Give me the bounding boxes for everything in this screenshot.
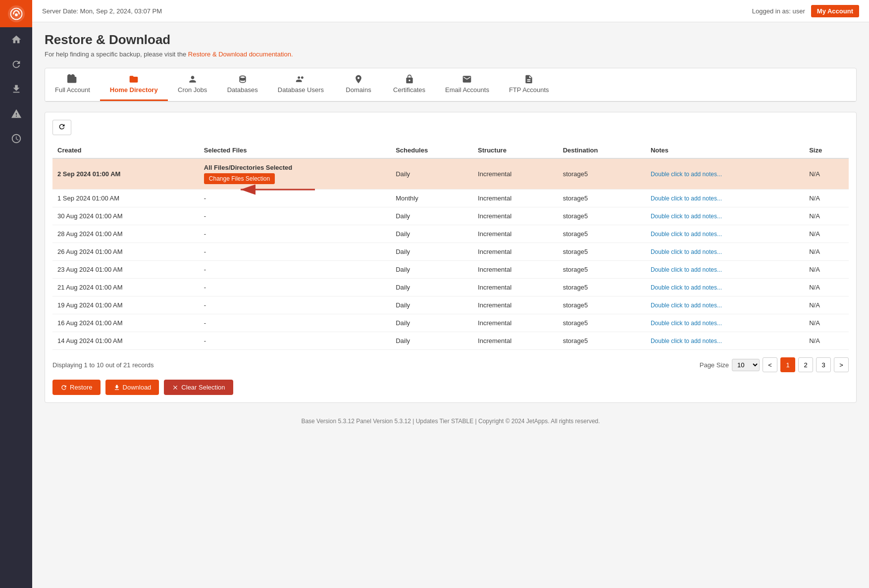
cell-notes[interactable]: Double click to add notes... <box>646 158 804 190</box>
tab-certificates[interactable]: Certificates <box>383 68 435 101</box>
table-row[interactable]: 23 Aug 2024 01:00 AM-DailyIncrementalsto… <box>52 261 849 279</box>
cell-selected-files: - <box>199 314 391 332</box>
cell-schedules: Daily <box>391 332 473 350</box>
table-row[interactable]: 1 Sep 2024 01:00 AM-MonthlyIncrementalst… <box>52 190 849 207</box>
cell-notes[interactable]: Double click to add notes... <box>646 190 804 207</box>
cell-notes[interactable]: Double click to add notes... <box>646 279 804 296</box>
cell-selected-files: - <box>199 332 391 350</box>
cell-size: N/A <box>804 207 849 225</box>
cell-notes[interactable]: Double click to add notes... <box>646 314 804 332</box>
cell-size: N/A <box>804 332 849 350</box>
cell-destination: storage5 <box>558 332 646 350</box>
cell-notes[interactable]: Double click to add notes... <box>646 332 804 350</box>
documentation-link[interactable]: Restore & Download documentation. <box>188 50 293 58</box>
page-content-area: Restore & Download For help finding a sp… <box>32 22 869 444</box>
sidebar-home[interactable] <box>0 27 32 52</box>
cell-notes[interactable]: Double click to add notes... <box>646 243 804 261</box>
cell-structure: Incremental <box>473 190 558 207</box>
page-title: Restore & Download <box>45 32 857 48</box>
cell-structure: Incremental <box>473 279 558 296</box>
tab-ftp-accounts[interactable]: FTP Accounts <box>499 68 559 101</box>
page-3-button[interactable]: 3 <box>816 357 831 372</box>
app-logo[interactable] <box>0 0 32 27</box>
tab-email-accounts[interactable]: Email Accounts <box>435 68 499 101</box>
table-row[interactable]: 2 Sep 2024 01:00 AMAll Files/Directories… <box>52 158 849 190</box>
restore-button[interactable]: Restore <box>52 380 101 395</box>
cell-destination: storage5 <box>558 279 646 296</box>
cell-structure: Incremental <box>473 314 558 332</box>
cell-selected-files: - <box>199 207 391 225</box>
cell-selected-files: - <box>199 279 391 296</box>
col-selected-files: Selected Files <box>199 143 391 158</box>
change-files-button[interactable]: Change Files Selection <box>204 173 275 184</box>
cell-structure: Incremental <box>473 261 558 279</box>
cell-created: 2 Sep 2024 01:00 AM <box>52 158 199 190</box>
sidebar-refresh[interactable] <box>0 52 32 77</box>
col-destination: Destination <box>558 143 646 158</box>
tab-database-users[interactable]: Database Users <box>268 68 334 101</box>
sidebar-download[interactable] <box>0 77 32 101</box>
my-account-button[interactable]: My Account <box>811 5 859 17</box>
table-row[interactable]: 14 Aug 2024 01:00 AM-DailyIncrementalsto… <box>52 332 849 350</box>
table-row[interactable]: 26 Aug 2024 01:00 AM-DailyIncrementalsto… <box>52 243 849 261</box>
cell-size: N/A <box>804 190 849 207</box>
sidebar-clock[interactable] <box>0 126 32 151</box>
prev-page-button[interactable]: < <box>763 357 777 372</box>
cell-size: N/A <box>804 261 849 279</box>
cell-notes[interactable]: Double click to add notes... <box>646 261 804 279</box>
cell-selected-files: - <box>199 243 391 261</box>
cell-selected-files: - <box>199 296 391 314</box>
clear-selection-button[interactable]: Clear Selection <box>164 380 233 395</box>
col-structure: Structure <box>473 143 558 158</box>
tab-databases[interactable]: Databases <box>217 68 268 101</box>
cell-selected-files: - <box>199 190 391 207</box>
tab-home-directory[interactable]: Home Directory <box>100 68 168 101</box>
cell-created: 14 Aug 2024 01:00 AM <box>52 332 199 350</box>
page-1-button[interactable]: 1 <box>780 357 795 372</box>
cell-schedules: Daily <box>391 207 473 225</box>
cell-size: N/A <box>804 243 849 261</box>
table-row[interactable]: 19 Aug 2024 01:00 AM-DailyIncrementalsto… <box>52 296 849 314</box>
server-date: Server Date: Mon, Sep 2, 2024, 03:07 PM <box>42 7 162 15</box>
cell-size: N/A <box>804 225 849 243</box>
page-2-button[interactable]: 2 <box>798 357 813 372</box>
page-size-select[interactable]: 10 25 50 100 <box>732 359 760 371</box>
table-row[interactable]: 28 Aug 2024 01:00 AM-DailyIncrementalsto… <box>52 225 849 243</box>
cell-destination: storage5 <box>558 158 646 190</box>
cell-notes[interactable]: Double click to add notes... <box>646 225 804 243</box>
cell-created: 23 Aug 2024 01:00 AM <box>52 261 199 279</box>
pagination-controls: Page Size 10 25 50 100 < 1 2 3 > <box>700 357 849 372</box>
backup-table: Created Selected Files Schedules Structu… <box>52 143 849 350</box>
tabs: Full Account Home Directory Cron Jobs Da… <box>45 68 856 101</box>
table-row[interactable]: 16 Aug 2024 01:00 AM-DailyIncrementalsto… <box>52 314 849 332</box>
cell-created: 19 Aug 2024 01:00 AM <box>52 296 199 314</box>
page-subtitle: For help finding a specific backup, plea… <box>45 50 857 58</box>
main-content: Server Date: Mon, Sep 2, 2024, 03:07 PM … <box>32 0 869 588</box>
sidebar-warning[interactable] <box>0 101 32 126</box>
svg-point-1 <box>15 13 18 16</box>
cell-created: 1 Sep 2024 01:00 AM <box>52 190 199 207</box>
cell-destination: storage5 <box>558 296 646 314</box>
cell-schedules: Daily <box>391 225 473 243</box>
next-page-button[interactable]: > <box>834 357 849 372</box>
cell-destination: storage5 <box>558 225 646 243</box>
cell-destination: storage5 <box>558 314 646 332</box>
cell-notes[interactable]: Double click to add notes... <box>646 296 804 314</box>
table-row[interactable]: 30 Aug 2024 01:00 AM-DailyIncrementalsto… <box>52 207 849 225</box>
cell-structure: Incremental <box>473 158 558 190</box>
cell-schedules: Daily <box>391 158 473 190</box>
tab-domains[interactable]: Domains <box>334 68 383 101</box>
cell-structure: Incremental <box>473 225 558 243</box>
refresh-button[interactable] <box>52 120 71 135</box>
tab-cron-jobs[interactable]: Cron Jobs <box>168 68 217 101</box>
cell-notes[interactable]: Double click to add notes... <box>646 207 804 225</box>
download-button[interactable]: Download <box>105 380 159 395</box>
col-created: Created <box>52 143 199 158</box>
tab-full-account[interactable]: Full Account <box>45 68 100 101</box>
cell-destination: storage5 <box>558 261 646 279</box>
cell-size: N/A <box>804 314 849 332</box>
cell-structure: Incremental <box>473 332 558 350</box>
table-row[interactable]: 21 Aug 2024 01:00 AM-DailyIncrementalsto… <box>52 279 849 296</box>
records-info: Displaying 1 to 10 out of 21 records <box>52 361 154 369</box>
cell-created: 26 Aug 2024 01:00 AM <box>52 243 199 261</box>
